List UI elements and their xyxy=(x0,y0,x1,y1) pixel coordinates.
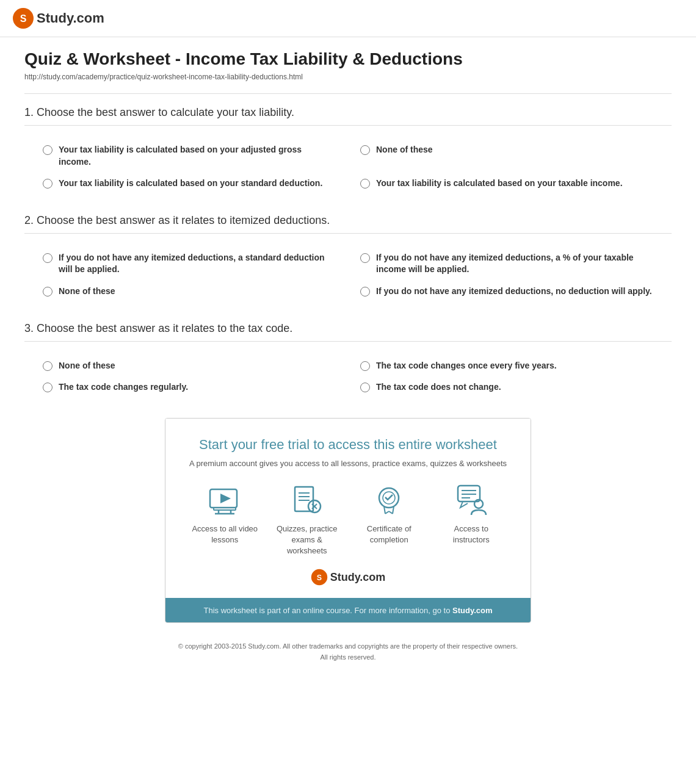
answer-q1-b: None of these xyxy=(360,144,653,168)
promo-inner: Start your free trial to access this ent… xyxy=(165,419,531,599)
answer-q3-a: None of these xyxy=(43,360,336,372)
promo-logo: S Study.com xyxy=(184,569,512,586)
promo-logo-text: Study.com xyxy=(330,571,386,584)
feature-video-label: Access to all video lessons xyxy=(191,523,258,545)
svg-marker-7 xyxy=(220,494,231,503)
page-url: http://study.com/academy/practice/quiz-w… xyxy=(24,73,672,81)
svg-text:S: S xyxy=(317,574,322,582)
divider-q3 xyxy=(24,341,672,342)
question-2-label: 2. Choose the best answer as it relates … xyxy=(24,214,672,227)
question-1-label: 1. Choose the best answer to calculate y… xyxy=(24,106,672,119)
answer-q3-b: The tax code changes once every five yea… xyxy=(360,360,653,372)
divider-q2 xyxy=(24,233,672,234)
radio-q1-c[interactable] xyxy=(43,179,53,189)
answer-q2-c-text: None of these xyxy=(59,286,115,298)
page-header: S Study.com xyxy=(0,0,696,37)
svg-rect-3 xyxy=(214,508,236,510)
svg-line-20 xyxy=(389,511,393,514)
promo-bottom-link[interactable]: Study.com xyxy=(452,606,493,615)
svg-rect-8 xyxy=(295,487,313,511)
answers-grid-1: Your tax liability is calculated based o… xyxy=(24,138,672,196)
answer-q1-c-text: Your tax liability is calculated based o… xyxy=(59,178,322,190)
certificate-icon xyxy=(372,483,406,517)
footer-copyright: © copyright 2003-2015 Study.com. All oth… xyxy=(37,641,659,652)
answer-q1-a-text: Your tax liability is calculated based o… xyxy=(59,144,336,168)
feature-certificate-label: Certificate of completion xyxy=(355,523,422,545)
answer-q3-c: The tax code changes regularly. xyxy=(43,381,336,394)
feature-quizzes: Quizzes, practice exams & worksheets xyxy=(274,483,341,557)
svg-line-19 xyxy=(385,511,389,514)
answer-q2-c: None of these xyxy=(43,286,336,298)
instructors-icon xyxy=(454,483,488,517)
answer-q3-c-text: The tax code changes regularly. xyxy=(59,381,188,394)
answer-q1-c: Your tax liability is calculated based o… xyxy=(43,178,336,190)
divider-q1 xyxy=(24,125,672,126)
quiz-icon xyxy=(290,483,324,517)
logo[interactable]: S Study.com xyxy=(12,7,684,29)
main-content: Quiz & Worksheet - Income Tax Liability … xyxy=(0,37,696,688)
promo-title: Start your free trial to access this ent… xyxy=(184,437,512,453)
feature-instructors-label: Access to instructors xyxy=(438,523,505,545)
promo-bottom: This worksheet is part of an online cour… xyxy=(165,598,531,622)
promo-bottom-text: This worksheet is part of an online cour… xyxy=(203,606,492,615)
question-2: 2. Choose the best answer as it relates … xyxy=(24,214,672,304)
radio-q2-b[interactable] xyxy=(360,253,370,263)
answer-q1-d-text: Your tax liability is calculated based o… xyxy=(376,178,623,190)
answers-grid-2: If you do not have any itemized deductio… xyxy=(24,246,672,304)
answer-q3-d-text: The tax code does not change. xyxy=(376,381,501,394)
answer-q2-a-text: If you do not have any itemized deductio… xyxy=(59,252,336,276)
radio-q3-a[interactable] xyxy=(43,361,53,371)
answer-q2-b-text: If you do not have any itemized deductio… xyxy=(376,252,653,276)
question-3-label: 3. Choose the best answer as it relates … xyxy=(24,322,672,335)
features-grid: Access to all video lessons xyxy=(184,483,512,557)
answers-grid-3: None of these The tax code changes once … xyxy=(24,354,672,400)
footer: © copyright 2003-2015 Study.com. All oth… xyxy=(24,629,672,675)
question-1: 1. Choose the best answer to calculate y… xyxy=(24,106,672,196)
logo-text: Study.com xyxy=(37,10,104,26)
radio-q1-a[interactable] xyxy=(43,145,53,155)
answer-q2-b: If you do not have any itemized deductio… xyxy=(360,252,653,276)
answer-q1-b-text: None of these xyxy=(376,144,433,156)
answer-q3-a-text: None of these xyxy=(59,360,115,372)
radio-q3-b[interactable] xyxy=(360,361,370,371)
promo-subtitle: A premium account gives you access to al… xyxy=(184,459,512,468)
answer-q1-a: Your tax liability is calculated based o… xyxy=(43,144,336,168)
svg-text:S: S xyxy=(20,13,27,24)
radio-q2-d[interactable] xyxy=(360,287,370,297)
video-icon xyxy=(208,483,242,517)
radio-q2-c[interactable] xyxy=(43,287,53,297)
feature-video: Access to all video lessons xyxy=(191,483,258,557)
radio-q2-a[interactable] xyxy=(43,253,53,263)
divider-1 xyxy=(24,93,672,94)
question-3: 3. Choose the best answer as it relates … xyxy=(24,322,672,400)
feature-certificate: Certificate of completion xyxy=(355,483,422,557)
feature-quizzes-label: Quizzes, practice exams & worksheets xyxy=(274,523,341,557)
promo-container: Start your free trial to access this ent… xyxy=(24,418,672,624)
radio-q1-d[interactable] xyxy=(360,179,370,189)
radio-q1-b[interactable] xyxy=(360,145,370,155)
answer-q3-b-text: The tax code changes once every five yea… xyxy=(376,360,557,372)
feature-instructors: Access to instructors xyxy=(438,483,505,557)
answer-q2-a: If you do not have any itemized deductio… xyxy=(43,252,336,276)
promo-logo-icon: S xyxy=(311,569,328,586)
radio-q3-d[interactable] xyxy=(360,383,370,392)
study-logo-icon: S xyxy=(12,7,34,29)
promo-box: Start your free trial to access this ent… xyxy=(165,418,531,624)
answer-q1-d: Your tax liability is calculated based o… xyxy=(360,178,653,190)
answer-q3-d: The tax code does not change. xyxy=(360,381,653,394)
answer-q2-d-text: If you do not have any itemized deductio… xyxy=(376,286,652,298)
page-title: Quiz & Worksheet - Income Tax Liability … xyxy=(24,49,672,69)
footer-rights: All rights reserved. xyxy=(37,652,659,663)
answer-q2-d: If you do not have any itemized deductio… xyxy=(360,286,653,298)
radio-q3-c[interactable] xyxy=(43,383,53,392)
